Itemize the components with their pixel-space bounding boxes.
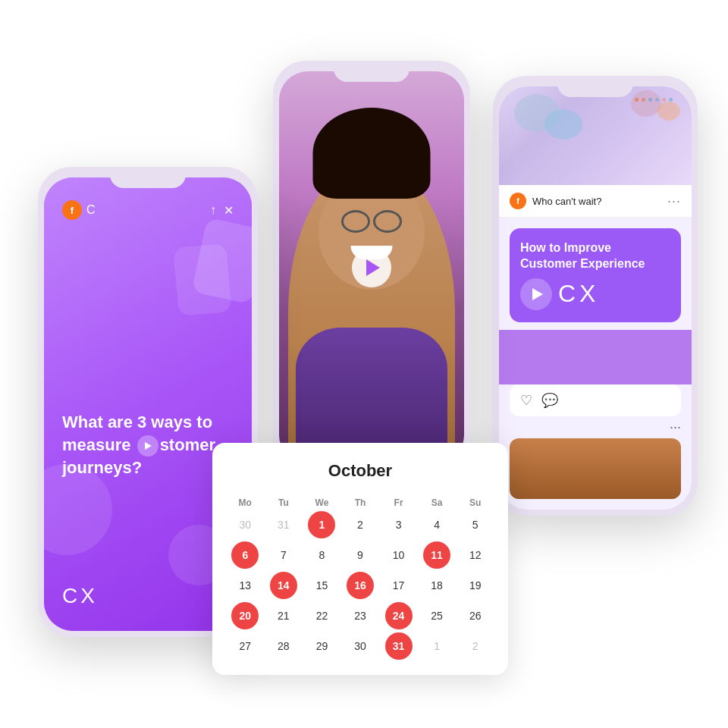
cx-card-title: How to Improve Customer Experience <box>520 240 670 272</box>
calendar-day-31[interactable]: 31 <box>385 632 413 660</box>
cal-header-sa: Sa <box>419 494 455 511</box>
cx-promo-card: How to Improve Customer Experience CX <box>510 228 681 322</box>
calendar-days: 3031123456789101112131415161718192021222… <box>228 511 493 660</box>
calendar-day-20[interactable]: 20 <box>231 602 259 629</box>
left-logo-icon: f <box>62 200 82 220</box>
calendar-day-25[interactable]: 25 <box>423 602 450 629</box>
calendar-day-1[interactable]: 1 <box>423 632 450 660</box>
cal-header-mo: Mo <box>228 494 263 511</box>
calendar-day-11[interactable]: 11 <box>423 541 450 569</box>
decorative-cards <box>161 223 252 344</box>
calendar-day-27[interactable]: 27 <box>231 632 259 660</box>
cx-card-label: CX <box>558 280 599 308</box>
right-screen: f Who can't wait? ··· How to Improve Cus… <box>499 86 692 510</box>
middle-content <box>279 71 464 464</box>
calendar-day-9[interactable]: 9 <box>347 541 374 569</box>
watercolor-blob-2 <box>631 90 661 117</box>
cal-header-tu: Tu <box>266 494 302 511</box>
calendar-day-10[interactable]: 10 <box>385 541 413 569</box>
calendar-day-28[interactable]: 28 <box>270 632 297 660</box>
right-top-image <box>499 86 692 185</box>
calendar-day-3[interactable]: 3 <box>385 511 413 538</box>
calendar-day-16[interactable]: 16 <box>347 572 374 599</box>
calendar-day-2[interactable]: 2 <box>462 632 489 660</box>
phone-middle <box>273 61 470 470</box>
cal-header-we: We <box>304 494 340 511</box>
cx-card-play-button[interactable] <box>520 278 552 310</box>
calendar-day-24[interactable]: 24 <box>385 602 413 629</box>
calendar-day-26[interactable]: 26 <box>462 602 489 629</box>
calendar-day-30[interactable]: 30 <box>231 511 259 538</box>
calendar-day-15[interactable]: 15 <box>308 572 335 599</box>
calendar-day-14[interactable]: 14 <box>270 572 297 599</box>
right-bottom-image <box>510 438 681 499</box>
heart-icon[interactable]: ♡ <box>520 392 532 409</box>
deco-card-2 <box>173 243 232 316</box>
right-logo-icon: f <box>510 193 526 209</box>
calendar-day-21[interactable]: 21 <box>270 602 297 629</box>
right-item-more[interactable]: ··· <box>499 416 692 438</box>
calendar-day-22[interactable]: 22 <box>308 602 335 629</box>
calendar-day-23[interactable]: 23 <box>347 602 374 629</box>
right-more-options[interactable]: ··· <box>667 193 681 209</box>
watercolor-blob-4 <box>544 109 582 140</box>
right-content: f Who can't wait? ··· How to Improve Cus… <box>499 86 692 510</box>
play-button-middle[interactable] <box>352 248 391 287</box>
close-icon[interactable]: ✕ <box>224 203 234 218</box>
food-photo <box>510 438 681 499</box>
calendar-card: October Mo Tu We Th Fr Sa Su 30311234567… <box>212 443 508 675</box>
calendar-day-8[interactable]: 8 <box>308 541 335 569</box>
cx-card-bottom-row: CX <box>520 278 670 310</box>
play-icon-inline <box>137 435 158 457</box>
calendar-day-18[interactable]: 18 <box>423 572 450 599</box>
calendar-month: October <box>228 461 493 481</box>
calendar-day-5[interactable]: 5 <box>462 511 489 538</box>
left-logo: f C <box>62 200 97 220</box>
calendar-day-19[interactable]: 19 <box>462 572 489 599</box>
right-purple-section <box>499 330 692 384</box>
left-top-actions: ↑ ✕ <box>210 203 234 218</box>
calendar-day-1[interactable]: 1 <box>308 511 335 538</box>
up-arrow-icon[interactable]: ↑ <box>210 203 216 217</box>
cal-header-fr: Fr <box>381 494 416 511</box>
calendar-day-6[interactable]: 6 <box>231 541 259 569</box>
left-bottom-bar: CX ➤ <box>62 584 234 608</box>
calendar-grid: Mo Tu We Th Fr Sa Su <box>228 494 493 511</box>
comment-icon[interactable]: 💬 <box>541 392 558 409</box>
middle-screen <box>279 71 464 464</box>
calendar-day-13[interactable]: 13 <box>231 572 259 599</box>
calendar-day-30[interactable]: 30 <box>347 632 374 660</box>
calendar-day-4[interactable]: 4 <box>423 511 450 538</box>
right-post-header: f Who can't wait? ··· <box>499 185 692 218</box>
right-post-caption: Who can't wait? <box>532 196 661 207</box>
left-cx-label: CX <box>62 584 98 608</box>
left-logo-label: C <box>86 203 97 217</box>
right-engagement-bar: ♡ 💬 <box>510 384 681 416</box>
watercolor-blob-3 <box>657 102 680 121</box>
calendar-day-29[interactable]: 29 <box>308 632 335 660</box>
calendar-day-12[interactable]: 12 <box>462 541 489 569</box>
phone-right: f Who can't wait? ··· How to Improve Cus… <box>493 76 698 516</box>
left-top-bar: f C ↑ ✕ <box>62 200 234 220</box>
calendar-day-31[interactable]: 31 <box>270 511 297 538</box>
calendar-day-17[interactable]: 17 <box>385 572 413 599</box>
calendar-day-7[interactable]: 7 <box>270 541 297 569</box>
scene: f Who can't wait? ··· How to Improve Cus… <box>23 15 705 713</box>
calendar-day-2[interactable]: 2 <box>347 511 374 538</box>
cal-header-th: Th <box>343 494 378 511</box>
cal-header-su: Su <box>457 494 493 511</box>
